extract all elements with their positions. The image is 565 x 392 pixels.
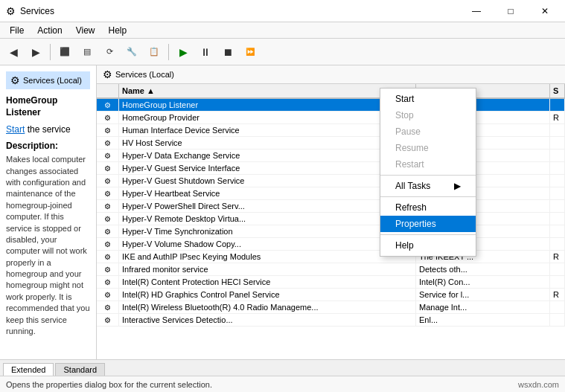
table-row[interactable]: ⚙ Intel(R) Wireless Bluetooth(R) 4.0 Rad…	[97, 301, 565, 314]
row-icon: ⚙	[97, 301, 119, 313]
ctx-separator-2	[380, 196, 476, 197]
table-row[interactable]: ⚙ Intel(R) Content Protection HECI Servi…	[97, 276, 565, 289]
row-status	[550, 263, 565, 275]
row-name: Hyper-V Guest Shutdown Service	[119, 175, 416, 187]
row-desc: Enl...	[416, 314, 550, 326]
toolbar-btn-5[interactable]: 🔧	[121, 42, 142, 62]
row-icon: ⚙	[97, 289, 119, 301]
status-text-right: wsxdn.com	[518, 380, 559, 389]
show-console-button[interactable]: ⬛	[54, 42, 75, 62]
title-text: Services	[20, 6, 54, 16]
row-status	[550, 99, 565, 111]
toolbar-btn-4[interactable]: ⟳	[99, 42, 120, 62]
title-bar-left: ⚙ Services	[6, 5, 54, 17]
table-row[interactable]: ⚙ Hyper-V Time Synchronization hronize..…	[97, 225, 565, 238]
row-icon: ⚙	[97, 187, 119, 199]
toolbar-separator-1	[50, 44, 51, 60]
row-icon: ⚙	[97, 251, 119, 263]
forward-button[interactable]: ▶	[25, 42, 46, 62]
row-icon: ⚙	[97, 150, 119, 161]
row-name: Human Interface Device Service	[119, 124, 416, 136]
main-container: ⚙ Services (Local) HomeGroup Listener St…	[0, 65, 565, 359]
ctx-pause[interactable]: Pause	[380, 123, 476, 140]
pause-button[interactable]: ⏸	[195, 42, 216, 62]
ctx-restart[interactable]: Restart	[380, 156, 476, 173]
toolbar: ◀ ▶ ⬛ ▤ ⟳ 🔧 📋 ▶ ⏸ ⏹ ⏩	[0, 39, 565, 65]
minimize-button[interactable]: —	[459, 0, 494, 22]
table-row[interactable]: ⚙ HV Host Service des an...	[97, 137, 565, 150]
restart-button[interactable]: ⏩	[240, 42, 261, 62]
table-row[interactable]: ⚙ Hyper-V Remote Desktop Virtua... des a…	[97, 213, 565, 225]
stop-button[interactable]: ⏹	[217, 42, 238, 62]
close-button[interactable]: ✕	[528, 0, 562, 22]
row-icon: ⚙	[97, 175, 119, 187]
table-row[interactable]: ⚙ HomeGroup Listener es local...	[97, 99, 565, 112]
row-icon: ⚙	[97, 276, 119, 288]
right-panel-header: ⚙ Services (Local)	[97, 65, 565, 84]
back-button[interactable]: ◀	[3, 42, 24, 62]
col-icon[interactable]	[97, 84, 119, 97]
row-name: HomeGroup Listener	[119, 99, 416, 111]
table-row[interactable]: ⚙ HomeGroup Provider rms ne... R	[97, 112, 565, 124]
row-name: HomeGroup Provider	[119, 112, 416, 123]
table-row[interactable]: ⚙ Human Interface Device Service ates an…	[97, 124, 565, 137]
table-row[interactable]: ⚙ Hyper-V PowerShell Direct Serv... des …	[97, 200, 565, 213]
ctx-stop[interactable]: Stop	[380, 107, 476, 123]
row-status	[550, 213, 565, 225]
table-row[interactable]: ⚙ Hyper-V Guest Shutdown Service des a..…	[97, 175, 565, 187]
row-desc: Detects oth...	[416, 263, 550, 275]
table-row[interactable]: ⚙ Intel(R) HD Graphics Control Panel Ser…	[97, 289, 565, 301]
ctx-all-tasks[interactable]: All Tasks ▶	[380, 178, 476, 194]
ctx-resume[interactable]: Resume	[380, 140, 476, 156]
menu-view[interactable]: View	[69, 23, 102, 38]
row-name: HV Host Service	[119, 137, 416, 149]
row-icon: ⚙	[97, 99, 119, 111]
table-row[interactable]: ⚙ Hyper-V Heartbeat Service itors th...	[97, 187, 565, 200]
col-name[interactable]: Name ▲	[119, 84, 416, 97]
table-row[interactable]: ⚙ IKE and AuthIP IPsec Keying Modules Th…	[97, 251, 565, 263]
row-name: Intel(R) HD Graphics Control Panel Servi…	[119, 289, 416, 301]
tab-extended[interactable]: Extended	[3, 363, 54, 376]
menu-help[interactable]: Help	[102, 23, 134, 38]
row-status: R	[550, 251, 565, 263]
row-icon: ⚙	[97, 238, 119, 250]
services-table[interactable]: Name ▲ Description S ⚙ HomeGroup Listene…	[97, 84, 565, 359]
service-name-title: HomeGroup Listener	[6, 95, 90, 118]
row-name: Hyper-V Remote Desktop Virtua...	[119, 213, 416, 225]
maximize-button[interactable]: □	[494, 0, 528, 22]
table-row[interactable]: ⚙ Infrared monitor service Detects oth..…	[97, 263, 565, 276]
toolbar-btn-6[interactable]: 📋	[144, 42, 165, 62]
row-status	[550, 238, 565, 250]
status-text-left: Opens the properties dialog box for the …	[6, 380, 212, 389]
row-status	[550, 225, 565, 237]
col-status[interactable]: S	[550, 84, 565, 97]
ctx-start[interactable]: Start	[380, 91, 476, 107]
menu-action[interactable]: Action	[31, 23, 68, 38]
toolbar-separator-2	[168, 44, 169, 60]
context-menu: Start Stop Pause Resume Restart All Task…	[380, 88, 476, 257]
menu-file[interactable]: File	[3, 23, 31, 38]
row-name: IKE and AuthIP IPsec Keying Modules	[119, 251, 416, 263]
ctx-refresh[interactable]: Refresh	[380, 199, 476, 216]
row-name: Hyper-V Time Synchronization	[119, 225, 416, 237]
ctx-properties[interactable]: Properties	[380, 216, 476, 232]
row-status	[550, 137, 565, 149]
play-button[interactable]: ▶	[173, 42, 194, 62]
row-name: Intel(R) Content Protection HECI Service	[119, 276, 416, 288]
table-row[interactable]: ⚙ Hyper-V Guest Service Interface des an…	[97, 162, 565, 175]
row-name: Hyper-V PowerShell Direct Serv...	[119, 200, 416, 212]
ctx-all-tasks-arrow: ▶	[454, 181, 461, 191]
right-panel: ⚙ Services (Local) Name ▲ Description S …	[97, 65, 565, 359]
row-status: R	[550, 289, 565, 301]
row-icon: ⚙	[97, 112, 119, 123]
start-service-suffix: the service	[25, 124, 70, 135]
row-status	[550, 314, 565, 326]
table-row[interactable]: ⚙ Interactive Services Detectio... Enl..…	[97, 314, 565, 327]
table-row[interactable]: ⚙ Hyper-V Data Exchange Service des a...	[97, 150, 565, 162]
ctx-help[interactable]: Help	[380, 237, 476, 254]
start-service-link[interactable]: Start	[6, 124, 25, 135]
ctx-all-tasks-label: All Tasks	[395, 181, 430, 191]
tab-standard[interactable]: Standard	[55, 363, 105, 376]
table-row[interactable]: ⚙ Hyper-V Volume Shadow Copy... rdinates…	[97, 238, 565, 251]
toolbar-btn-3[interactable]: ▤	[77, 42, 98, 62]
